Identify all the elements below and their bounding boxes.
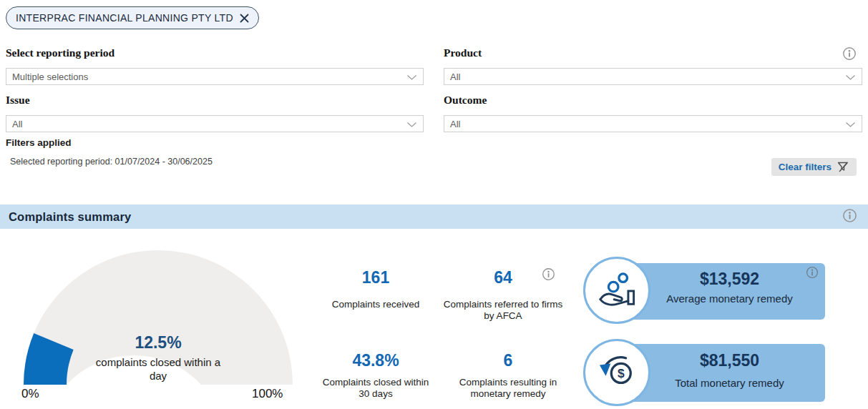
money-return-icon: $ (598, 353, 636, 392)
reporting-period-value: Multiple selections (12, 72, 88, 82)
stat-complaints-received-value: 161 (308, 268, 444, 287)
info-icon[interactable] (842, 46, 857, 61)
outcome-label: Outcome (444, 94, 487, 107)
product-dropdown[interactable]: All (444, 68, 862, 85)
reporting-period-label: Select reporting period (6, 46, 114, 59)
reporting-period-dropdown[interactable]: Multiple selections (6, 68, 424, 85)
issue-value: All (12, 119, 22, 129)
average-monetary-remedy-badge (583, 257, 650, 324)
complaints-summary-title: Complaints summary (9, 210, 131, 224)
outcome-value: All (450, 119, 460, 129)
close-icon[interactable] (240, 14, 249, 23)
outcome-dropdown[interactable]: All (444, 115, 862, 132)
stat-closed-30-days-label: Complaints closed within 30 days (322, 377, 429, 400)
filters-applied-detail: Selected reporting period: 01/07/2024 - … (10, 157, 213, 167)
issue-dropdown[interactable]: All (6, 115, 424, 132)
company-filter-chip: INTERPRAC FINANCIAL PLANNING PTY LTD (6, 6, 259, 29)
chevron-down-icon (845, 122, 856, 128)
clear-filters-button[interactable]: Clear filters (771, 158, 857, 176)
stat-monetary-remedy-count-value: 6 (440, 351, 576, 370)
gauge-caption: complaints closed within a day (94, 355, 223, 383)
gauge-min-label: 0% (21, 387, 39, 401)
stat-monetary-remedy-count-label: Complaints resulting in monetary remedy (445, 377, 571, 400)
stat-referred-label: Complaints referred to firms by AFCA (442, 299, 564, 322)
total-monetary-remedy-label: Total monetary remedy (634, 377, 825, 389)
total-monetary-remedy-badge: $ (583, 339, 650, 406)
chevron-down-icon (845, 74, 856, 81)
clear-filters-label: Clear filters (779, 162, 832, 172)
average-monetary-remedy-label: Average monetary remedy (634, 292, 825, 305)
gauge-max-label: 100% (252, 387, 283, 401)
complaints-summary-header: Complaints summary (0, 204, 868, 229)
clear-filter-icon (837, 161, 849, 173)
gauge-value: 12.5% (79, 333, 237, 353)
info-icon[interactable] (542, 267, 555, 281)
hand-coins-icon (598, 271, 636, 310)
info-icon[interactable] (842, 208, 857, 223)
stat-complaints-received-label: Complaints received (308, 299, 444, 310)
chevron-down-icon (406, 74, 417, 81)
product-value: All (450, 72, 460, 82)
company-filter-label: INTERPRAC FINANCIAL PLANNING PTY LTD (16, 12, 233, 24)
total-monetary-remedy-value: $81,550 (634, 351, 825, 370)
issue-label: Issue (6, 94, 30, 107)
chevron-down-icon (406, 122, 417, 128)
stat-closed-30-days-value: 43.8% (308, 351, 444, 370)
info-icon[interactable] (806, 266, 819, 279)
svg-text:$: $ (618, 366, 625, 380)
average-monetary-remedy-value: $13,592 (634, 270, 825, 289)
filters-applied-heading: Filters applied (6, 137, 72, 148)
complaints-dashboard: INTERPRAC FINANCIAL PLANNING PTY LTD Sel… (0, 0, 868, 409)
product-label: Product (444, 46, 482, 59)
